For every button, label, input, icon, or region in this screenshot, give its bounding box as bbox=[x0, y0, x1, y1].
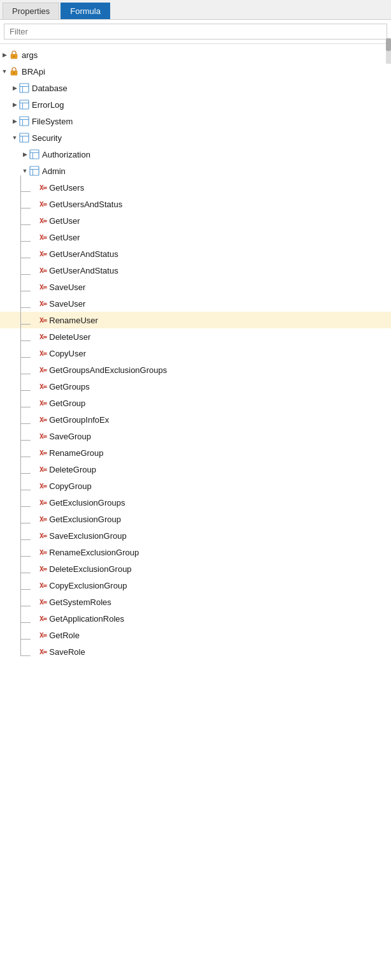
module-icon-ErrorLog bbox=[19, 99, 29, 110]
func-icon-GetApplicationRoles: X= bbox=[39, 615, 46, 623]
tree-label-SaveUser2: SaveUser bbox=[49, 299, 85, 309]
tree-item-RenameUser[interactable]: X=RenameUser bbox=[0, 312, 391, 328]
tree-item-GetUserAndStatus1[interactable]: X=GetUserAndStatus bbox=[0, 245, 391, 262]
svg-rect-10 bbox=[20, 117, 29, 126]
tree-item-GetGroupsAndExclusionGroups[interactable]: X=GetGroupsAndExclusionGroups bbox=[0, 362, 391, 378]
tree-item-DeleteGroup[interactable]: X=DeleteGroup bbox=[0, 461, 391, 478]
svg-point-3 bbox=[13, 72, 15, 73]
expand-btn-Security[interactable]: ▼ bbox=[10, 133, 19, 142]
tree-label-GetGroup: GetGroup bbox=[49, 399, 85, 408]
tree-item-Security[interactable]: ▼ Security bbox=[0, 129, 391, 146]
tree-label-GetUsersAndStatus: GetUsersAndStatus bbox=[49, 200, 122, 209]
tree-item-Authorization[interactable]: ▶ Authorization bbox=[0, 146, 391, 163]
expand-btn-Admin[interactable]: ▼ bbox=[20, 166, 29, 175]
tree-item-DeleteUser[interactable]: X=DeleteUser bbox=[0, 328, 391, 345]
svg-rect-16 bbox=[30, 150, 39, 159]
expand-btn-FileSystem[interactable]: ▶ bbox=[10, 117, 19, 126]
tree-item-RenameExclusionGroup[interactable]: X=RenameExclusionGroup bbox=[0, 544, 391, 560]
tree-item-DeleteExclusionGroup[interactable]: X=DeleteExclusionGroup bbox=[0, 560, 391, 577]
tree-item-BRApi[interactable]: ▼ BRApi bbox=[0, 63, 391, 80]
tree-label-DeleteGroup: DeleteGroup bbox=[49, 465, 96, 474]
tree-item-SaveGroup[interactable]: X=SaveGroup bbox=[0, 428, 391, 444]
func-icon-RenameExclusionGroup: X= bbox=[39, 548, 46, 557]
func-icon-GetExclusionGroup: X= bbox=[39, 515, 46, 523]
tree-label-GetGroupsAndExclusionGroups: GetGroupsAndExclusionGroups bbox=[49, 365, 167, 375]
tree-item-CopyExclusionGroup[interactable]: X=CopyExclusionGroup bbox=[0, 577, 391, 594]
tree-item-GetExclusionGroups[interactable]: X=GetExclusionGroups bbox=[0, 494, 391, 511]
func-icon-CopyUser: X= bbox=[39, 349, 46, 358]
tree-label-ErrorLog: ErrorLog bbox=[32, 100, 64, 110]
tree-label-CopyExclusionGroup: CopyExclusionGroup bbox=[49, 581, 127, 590]
expand-btn-args[interactable]: ▶ bbox=[0, 50, 9, 59]
tree-label-DeleteExclusionGroup: DeleteExclusionGroup bbox=[49, 564, 131, 574]
tree-item-Database[interactable]: ▶ Database bbox=[0, 80, 391, 96]
tree-item-GetExclusionGroup[interactable]: X=GetExclusionGroup bbox=[0, 511, 391, 527]
tree-item-GetApplicationRoles[interactable]: X=GetApplicationRoles bbox=[0, 610, 391, 627]
tree-label-GetUser2: GetUser bbox=[49, 233, 80, 242]
tree-item-FileSystem[interactable]: ▶ FileSystem bbox=[0, 113, 391, 129]
svg-rect-7 bbox=[20, 100, 29, 109]
tree-label-SaveRole: SaveRole bbox=[49, 647, 85, 657]
func-icon-GetGroupInfoEx: X= bbox=[39, 416, 46, 424]
tree-item-RenameGroup[interactable]: X=RenameGroup bbox=[0, 444, 391, 461]
tree-label-CopyGroup: CopyGroup bbox=[49, 481, 91, 491]
func-icon-RenameGroup: X= bbox=[39, 449, 46, 457]
tree-item-GetUser2[interactable]: X=GetUser bbox=[0, 229, 391, 245]
func-icon-SaveExclusionGroup: X= bbox=[39, 532, 46, 540]
func-icon-GetRole: X= bbox=[39, 631, 46, 640]
tree-label-FileSystem: FileSystem bbox=[32, 117, 73, 126]
tree-item-args[interactable]: ▶ args bbox=[0, 47, 391, 63]
tree: ▶ args▼ BRApi▶ Database▶ ErrorLog▶ FileS… bbox=[0, 44, 391, 662]
func-icon-CopyExclusionGroup: X= bbox=[39, 581, 46, 590]
tree-label-SaveUser1: SaveUser bbox=[49, 282, 85, 292]
expand-btn-Authorization[interactable]: ▶ bbox=[20, 150, 29, 159]
module-icon-Database bbox=[19, 83, 29, 93]
svg-point-1 bbox=[13, 55, 15, 57]
tree-item-GetRole[interactable]: X=GetRole bbox=[0, 627, 391, 643]
expand-btn-BRApi[interactable]: ▼ bbox=[0, 67, 9, 76]
func-icon-DeleteExclusionGroup: X= bbox=[39, 565, 46, 573]
tree-label-DeleteUser: DeleteUser bbox=[49, 332, 90, 342]
func-icon-GetUser2: X= bbox=[39, 233, 46, 242]
tree-item-SaveUser2[interactable]: X=SaveUser bbox=[0, 295, 391, 312]
tree-item-GetUser1[interactable]: X=GetUser bbox=[0, 212, 391, 229]
tree-label-GetUser1: GetUser bbox=[49, 216, 80, 226]
func-icon-DeleteUser: X= bbox=[39, 333, 46, 341]
tree-label-SaveExclusionGroup: SaveExclusionGroup bbox=[49, 531, 126, 541]
tree-item-GetUserAndStatus2[interactable]: X=GetUserAndStatus bbox=[0, 262, 391, 279]
tree-item-CopyUser[interactable]: X=CopyUser bbox=[0, 345, 391, 362]
tab-formula[interactable]: Formula bbox=[60, 3, 110, 19]
tree-label-SaveGroup: SaveGroup bbox=[49, 432, 91, 441]
module-icon-FileSystem bbox=[19, 116, 29, 126]
func-icon-SaveUser1: X= bbox=[39, 283, 46, 291]
lock-icon-args bbox=[9, 50, 19, 60]
func-icon-GetGroup: X= bbox=[39, 399, 46, 407]
expand-btn-ErrorLog[interactable]: ▶ bbox=[10, 100, 19, 109]
tab-properties[interactable]: Properties bbox=[3, 3, 59, 19]
tree-item-GetUsers[interactable]: X=GetUsers bbox=[0, 179, 391, 196]
tree-label-Authorization: Authorization bbox=[42, 150, 90, 159]
tree-label-CopyUser: CopyUser bbox=[49, 349, 86, 358]
tree-item-CopyGroup[interactable]: X=CopyGroup bbox=[0, 478, 391, 494]
tree-item-SaveExclusionGroup[interactable]: X=SaveExclusionGroup bbox=[0, 527, 391, 544]
tree-item-GetSystemRoles[interactable]: X=GetSystemRoles bbox=[0, 594, 391, 610]
tree-item-GetUsersAndStatus[interactable]: X=GetUsersAndStatus bbox=[0, 196, 391, 212]
tree-item-GetGroup[interactable]: X=GetGroup bbox=[0, 395, 391, 411]
func-icon-GetUsersAndStatus: X= bbox=[39, 200, 46, 208]
tree-label-Security: Security bbox=[32, 133, 62, 143]
tree-label-GetSystemRoles: GetSystemRoles bbox=[49, 597, 111, 607]
func-icon-GetExclusionGroups: X= bbox=[39, 499, 46, 507]
tree-label-RenameExclusionGroup: RenameExclusionGroup bbox=[49, 548, 139, 557]
tree-item-ErrorLog[interactable]: ▶ ErrorLog bbox=[0, 96, 391, 113]
tree-label-GetExclusionGroup: GetExclusionGroup bbox=[49, 515, 121, 524]
tree-item-GetGroups[interactable]: X=GetGroups bbox=[0, 378, 391, 395]
expand-btn-Database[interactable]: ▶ bbox=[10, 84, 19, 92]
tree-item-SaveUser1[interactable]: X=SaveUser bbox=[0, 279, 391, 295]
tree-label-GetRole: GetRole bbox=[49, 631, 80, 640]
func-icon-DeleteGroup: X= bbox=[39, 465, 46, 474]
tabs-bar: Properties Formula bbox=[0, 0, 391, 20]
tree-item-SaveRole[interactable]: X=SaveRole bbox=[0, 643, 391, 660]
tree-item-GetGroupInfoEx[interactable]: X=GetGroupInfoEx bbox=[0, 411, 391, 428]
tree-item-Admin[interactable]: ▼ Admin bbox=[0, 163, 391, 179]
filter-input[interactable] bbox=[4, 24, 387, 40]
